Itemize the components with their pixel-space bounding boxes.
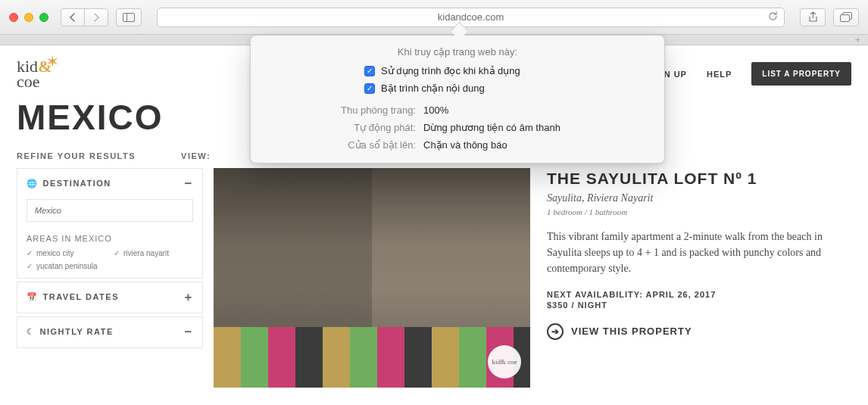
expand-icon: + [185, 290, 193, 305]
popover-title: Khi truy cập trang web này: [251, 46, 664, 58]
view-property-link[interactable]: ➔ VIEW THIS PROPERTY [547, 323, 847, 340]
moon-icon: ☾ [27, 327, 36, 336]
filter-destination-label: DESTINATION [43, 179, 111, 188]
autoplay-label: Tự động phát: [264, 122, 416, 133]
autoplay-value[interactable]: Dừng phương tiện có âm thanh [423, 122, 651, 133]
new-tab-button[interactable]: + [854, 34, 860, 45]
chevron-left-icon [69, 13, 76, 22]
content-blocker-checkbox-label: Bật trình chặn nội dung [381, 83, 485, 94]
popup-value[interactable]: Chặn và thông báo [423, 139, 651, 151]
filter-travel-dates[interactable]: 📅TRAVEL DATES + [17, 282, 203, 313]
header-nav: SIGN UP HELP LIST A PROPERTY [648, 62, 851, 86]
filter-destination: 🌐DESTINATION − AREAS IN MEXICO mexico ci… [17, 168, 203, 279]
property-card: kid& coe THE SAYULITA LOFT Nº 1 Sayulita… [214, 168, 851, 388]
reload-icon [768, 11, 778, 21]
view-property-label: VIEW THIS PROPERTY [571, 326, 692, 337]
zoom-value[interactable]: 100% [423, 104, 651, 116]
forward-button[interactable] [84, 8, 108, 26]
property-details: THE SAYULITA LOFT Nº 1 Sayulita, Riviera… [533, 168, 851, 388]
window-controls [9, 13, 48, 22]
nav-buttons [61, 8, 108, 26]
browser-toolbar: kidandcoe.com [0, 0, 868, 35]
svg-rect-0 [123, 13, 135, 21]
list-property-button[interactable]: LIST A PROPERTY [751, 62, 851, 86]
tabs-icon [840, 12, 852, 22]
sidebar-icon [123, 13, 135, 22]
popover-checkboxes: ✓ Sử dụng trình đọc khi khả dụng ✓ Bật t… [251, 65, 664, 94]
share-button[interactable] [800, 8, 826, 26]
area-item[interactable]: yucatan peninsula [27, 262, 106, 270]
minimize-window-button[interactable] [24, 13, 33, 22]
share-icon [808, 11, 818, 23]
back-button[interactable] [61, 8, 85, 26]
destination-input[interactable] [27, 199, 193, 222]
tabs-button[interactable] [833, 8, 859, 26]
zoom-window-button[interactable] [39, 13, 48, 22]
filter-nightly-rate[interactable]: ☾NIGHTLY RATE − [17, 316, 203, 348]
zoom-label: Thu phóng trang: [264, 104, 416, 116]
svg-rect-3 [841, 15, 850, 22]
brand-badge: kid& coe [488, 345, 521, 379]
sidebar-button[interactable] [116, 8, 142, 26]
filters-sidebar: 🌐DESTINATION − AREAS IN MEXICO mexico ci… [17, 168, 203, 388]
photo-decor [214, 327, 530, 388]
view-label: VIEW: [181, 151, 211, 160]
globe-icon: 🌐 [27, 179, 39, 188]
content-row: 🌐DESTINATION − AREAS IN MEXICO mexico ci… [17, 168, 851, 388]
property-location: Sayulita, Riviera Nayarit [547, 192, 847, 204]
url-text: kidandcoe.com [438, 11, 504, 23]
property-photo[interactable]: kid& coe [214, 168, 530, 388]
property-rooms: 1 bedroom / 1 bathroom [547, 207, 847, 217]
refine-label: REFINE YOUR RESULTS [17, 151, 136, 160]
collapse-icon: − [185, 325, 193, 340]
chevron-right-icon [92, 13, 100, 22]
content-blocker-checkbox-row[interactable]: ✓ Bật trình chặn nội dung [364, 83, 664, 94]
nav-help[interactable]: HELP [707, 70, 732, 79]
calendar-icon: 📅 [27, 292, 39, 301]
reload-button[interactable] [768, 11, 778, 23]
areas-title: AREAS IN MEXICO [27, 234, 193, 243]
reader-checkbox-label: Sử dụng trình đọc khi khả dụng [381, 65, 520, 76]
area-item[interactable]: mexico city [27, 249, 106, 257]
property-availability: NEXT AVAILABILITY: APRIL 26, 2017 [547, 290, 847, 299]
property-title: THE SAYULITA LOFT Nº 1 [547, 170, 847, 188]
address-bar[interactable]: kidandcoe.com [157, 8, 785, 27]
property-description: This vibrant family apartment a 2-minute… [547, 229, 847, 276]
collapse-icon: − [185, 176, 193, 192]
popup-label: Cửa sổ bật lên: [264, 139, 416, 151]
area-item[interactable]: riviera nayarit [114, 249, 193, 257]
filter-travel-label: TRAVEL DATES [43, 292, 120, 301]
filter-rate-label: NIGHTLY RATE [40, 327, 114, 336]
reader-checkbox-row[interactable]: ✓ Sử dụng trình đọc khi khả dụng [364, 65, 664, 76]
areas-list: mexico city riviera nayarit yucatan peni… [27, 249, 193, 270]
arrow-right-icon: ➔ [547, 323, 564, 340]
right-toolbar [800, 8, 859, 26]
close-window-button[interactable] [9, 13, 18, 22]
checkbox-checked-icon: ✓ [364, 83, 375, 94]
site-logo[interactable]: kid&coe✶ [17, 59, 52, 89]
property-price: $350 / NIGHT [547, 301, 847, 310]
website-settings-popover: Khi truy cập trang web này: ✓ Sử dụng tr… [250, 35, 665, 164]
filter-destination-header[interactable]: 🌐DESTINATION − [27, 176, 193, 192]
checkbox-checked-icon: ✓ [364, 66, 375, 76]
popover-settings-grid: Thu phóng trang: 100% Tự động phát: Dừng… [251, 104, 664, 152]
